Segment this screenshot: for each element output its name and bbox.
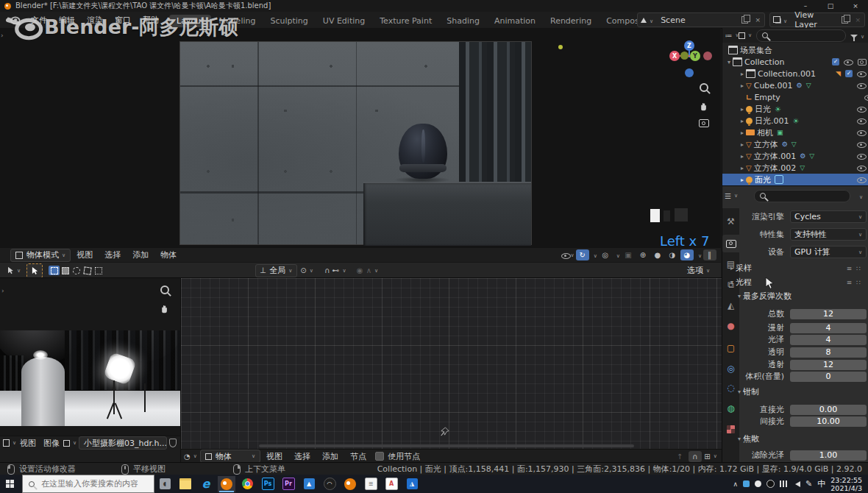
tab-sculpting[interactable]: Sculpting — [263, 15, 315, 27]
new-view-layer-icon[interactable] — [842, 16, 848, 24]
proportional-edit-icon[interactable]: ◉ — [353, 265, 366, 276]
shading-wireframe-icon[interactable]: ⊕ — [636, 249, 650, 260]
tab-modeling[interactable]: Modeling — [211, 15, 263, 27]
outliner-row-collection001[interactable]: Collection.001 ◥ — [722, 68, 868, 79]
image-pan-hand-icon[interactable] — [159, 303, 170, 316]
tab-rendering[interactable]: Rendering — [543, 15, 599, 27]
viewport-menu-add[interactable]: 添加 — [127, 249, 154, 260]
parent-node-up-icon[interactable]: ↑ — [673, 451, 686, 462]
viewport-menu-select[interactable]: 选择 — [99, 249, 127, 260]
select-mode-tweak-icon[interactable] — [49, 266, 60, 275]
presets-icon[interactable]: ≡ — [847, 279, 853, 286]
editor-type-properties-icon[interactable]: ☰ — [725, 191, 738, 202]
shading-material-icon[interactable]: ◑ — [666, 249, 679, 260]
close-button[interactable]: × — [843, 0, 868, 12]
outliner-filter-icon[interactable] — [850, 31, 864, 40]
gizmos-toggle-icon[interactable]: ↻ — [576, 249, 589, 260]
collapse-icon[interactable] — [725, 59, 733, 65]
tab-constraints-icon[interactable]: ◎ — [722, 360, 739, 377]
select-mode-circle-icon[interactable] — [71, 266, 82, 275]
hide-eye-icon[interactable] — [857, 82, 867, 89]
node-menu-view[interactable]: 视图 — [260, 451, 288, 462]
visibility-dropdown-icon[interactable] — [561, 249, 574, 260]
scene-name[interactable]: Scene — [656, 15, 741, 25]
scene-selector[interactable]: Scene × — [637, 13, 765, 27]
taskbar-app-photos[interactable]: ◮ — [403, 476, 421, 492]
options-dropdown[interactable]: 选项 — [682, 264, 715, 277]
taskbar-app-cortana[interactable]: ◖ — [156, 476, 174, 492]
collapse-icon[interactable] — [728, 279, 736, 285]
fake-user-shield-icon[interactable] — [169, 439, 177, 447]
hide-eye-icon[interactable] — [857, 117, 867, 124]
taskbar-search[interactable] — [22, 475, 154, 493]
tab-object-icon[interactable]: ▢ — [722, 339, 739, 357]
camera-view-icon[interactable] — [699, 119, 709, 130]
view-layer-selector[interactable]: View Layer × — [769, 13, 865, 27]
taskbar-app-blender2[interactable] — [341, 476, 359, 492]
transmission-bounces-slider[interactable]: 12 — [790, 360, 867, 370]
shading-rendered-icon[interactable]: ◕ — [680, 249, 694, 260]
tab-render-icon[interactable] — [722, 235, 739, 252]
max-bounces-subsection[interactable]: 最多反弹次数 — [736, 291, 868, 302]
tab-tool-icon[interactable]: ⚒ — [722, 213, 739, 230]
hide-eye-icon[interactable] — [857, 129, 867, 136]
tray-ime-indicator[interactable]: 中 — [817, 478, 825, 489]
sampling-section[interactable]: 采样 ≡∷ — [728, 263, 864, 274]
taskbar-app-premiere[interactable]: Pr — [280, 476, 297, 492]
use-nodes-checkbox[interactable] — [375, 452, 384, 461]
node-menu-select[interactable]: 选择 — [288, 451, 316, 462]
collapse-icon[interactable] — [736, 293, 743, 299]
outliner-row-cube-cn002[interactable]: ▽ 立方体.002 ▽ — [722, 162, 868, 174]
pan-hand-icon[interactable] — [698, 101, 709, 114]
remove-view-layer-icon[interactable]: × — [851, 16, 864, 24]
scene-icon[interactable] — [638, 15, 656, 25]
view-layer-icon[interactable] — [770, 15, 790, 25]
tab-texture-paint[interactable]: Texture Paint — [372, 15, 439, 27]
outliner-row-camera[interactable]: 相机 ▣ — [722, 127, 868, 138]
outliner[interactable]: ≔ 场景集合 Collection Collection.001 ◥ ▽ Cub… — [722, 28, 868, 185]
outliner-row-cube-cn[interactable]: ▽ 立方体 ⚙ ▽ — [722, 138, 868, 150]
overlays-toggle-icon[interactable]: ◎ — [599, 249, 612, 260]
viewport-menu-object[interactable]: 物体 — [154, 249, 182, 260]
collection-checkbox[interactable] — [845, 70, 853, 77]
tray-volume-icon[interactable] — [792, 481, 800, 487]
hide-eye-icon[interactable] — [857, 176, 867, 183]
mode-dropdown[interactable]: 物体模式 — [10, 249, 71, 262]
shader-node-editor[interactable] — [180, 277, 722, 450]
image-menu-image[interactable]: 图像 — [40, 438, 63, 449]
unlink-scene-icon[interactable]: × — [751, 16, 764, 24]
hide-eye-icon[interactable] — [857, 152, 867, 160]
outliner-row-sun001[interactable]: 日光.001 ☀ — [722, 115, 868, 127]
use-nodes-toggle[interactable]: 使用节点 — [375, 451, 420, 462]
select-mode-box-icon[interactable] — [60, 266, 71, 275]
menu-help[interactable]: 帮助 — [137, 15, 165, 26]
expand-icon[interactable] — [739, 106, 746, 113]
browse-image-icon[interactable] — [63, 438, 77, 449]
image-datablock-field[interactable]: 小型摄影棚03_hdr.h... — [79, 436, 167, 450]
tray-network-icon[interactable] — [780, 480, 787, 487]
expand-icon[interactable] — [728, 265, 736, 272]
outliner-search-input[interactable] — [756, 29, 846, 42]
clamp-direct-slider[interactable]: 0.00 — [790, 405, 867, 415]
gizmo-minus-x-axis[interactable] — [703, 52, 712, 60]
xray-toggle-icon[interactable]: ▣ — [622, 249, 635, 260]
clamp-subsection[interactable]: 钳制 — [736, 386, 868, 397]
hide-eye-icon[interactable] — [857, 164, 867, 171]
menu-render[interactable]: 渲染 — [81, 15, 109, 26]
outliner-display-mode-icon[interactable] — [739, 30, 752, 41]
blender-logo-icon[interactable] — [7, 15, 21, 25]
tab-uv-editing[interactable]: UV Editing — [316, 15, 372, 27]
active-tool-dropdown[interactable] — [7, 265, 21, 276]
extras-icon[interactable]: ∷ — [856, 279, 861, 286]
properties-filter-dropdown[interactable] — [856, 191, 863, 201]
expand-icon[interactable] — [739, 177, 746, 183]
editor-type-shader-icon[interactable]: ◔ — [184, 451, 197, 462]
menu-edit[interactable]: 编辑 — [53, 15, 81, 26]
editor-type-image-icon[interactable] — [3, 438, 16, 449]
tray-pen-icon[interactable]: ✎ — [805, 479, 812, 489]
caustics-subsection[interactable]: 焦散 — [736, 433, 868, 444]
shading-solid-icon[interactable]: ● — [651, 249, 664, 260]
node-menu-add[interactable]: 添加 — [316, 451, 344, 462]
tray-qq-icon[interactable] — [766, 480, 775, 488]
volume-bounces-slider[interactable]: 0 — [790, 372, 867, 382]
